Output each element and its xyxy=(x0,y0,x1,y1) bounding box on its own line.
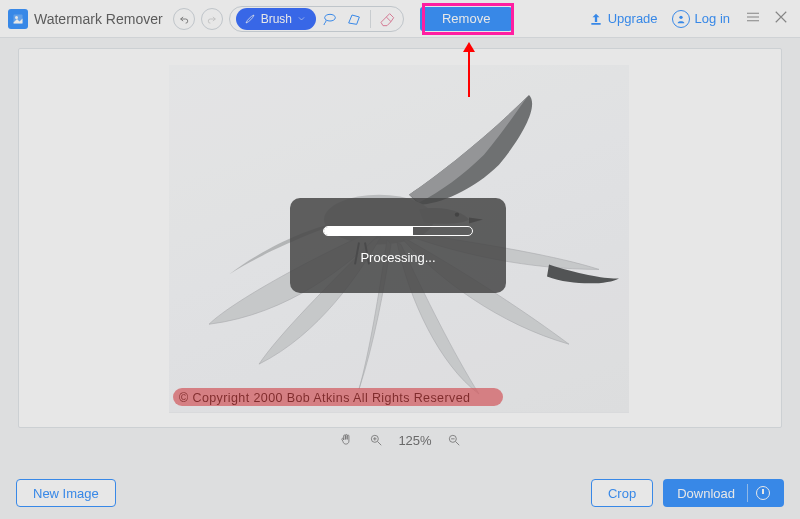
progress-bar xyxy=(323,226,473,236)
upload-icon xyxy=(589,12,603,26)
download-button[interactable]: Download xyxy=(663,479,784,507)
crop-button[interactable]: Crop xyxy=(591,479,653,507)
svg-point-3 xyxy=(679,15,682,18)
progress-fill xyxy=(324,227,413,235)
eraser-icon xyxy=(379,11,395,27)
lasso-icon xyxy=(322,11,338,27)
hamburger-icon xyxy=(744,8,762,26)
hand-tool-button[interactable] xyxy=(338,432,354,448)
close-icon xyxy=(772,8,790,26)
undo-button[interactable] xyxy=(173,8,195,30)
divider xyxy=(370,10,371,28)
download-label: Download xyxy=(677,486,735,501)
tool-group: Brush xyxy=(229,6,404,32)
new-image-label: New Image xyxy=(33,486,99,501)
polygon-icon xyxy=(346,11,362,27)
brush-label: Brush xyxy=(261,12,292,26)
zoom-in-button[interactable] xyxy=(368,432,384,448)
close-window-button[interactable] xyxy=(770,6,792,31)
redo-button[interactable] xyxy=(201,8,223,30)
footer: New Image Crop Download xyxy=(0,467,800,519)
redo-icon xyxy=(207,14,217,24)
menu-button[interactable] xyxy=(742,6,764,31)
user-icon xyxy=(672,10,690,28)
upgrade-label: Upgrade xyxy=(608,11,658,26)
brush-tool-button[interactable]: Brush xyxy=(236,8,316,30)
remove-button[interactable]: Remove xyxy=(420,7,512,31)
new-image-button[interactable]: New Image xyxy=(16,479,116,507)
zoom-toolbar: 125% xyxy=(0,432,800,448)
zoom-out-icon xyxy=(447,433,461,447)
svg-point-2 xyxy=(325,14,336,21)
processing-label: Processing... xyxy=(360,250,435,265)
watermark-text: © Copyright 2000 Bob Atkins All Rights R… xyxy=(179,391,470,405)
eraser-tool-button[interactable] xyxy=(377,9,397,29)
login-button[interactable]: Log in xyxy=(672,10,730,28)
zoom-in-icon xyxy=(369,433,383,447)
chevron-down-icon xyxy=(297,14,306,23)
brush-icon xyxy=(244,13,256,25)
history-icon xyxy=(756,486,770,500)
app-logo-icon xyxy=(8,9,28,29)
svg-point-1 xyxy=(15,16,18,19)
top-toolbar: Watermark Remover Brush Remove Upgrade xyxy=(0,0,800,38)
remove-label: Remove xyxy=(442,11,490,26)
divider xyxy=(747,484,748,502)
undo-icon xyxy=(179,14,189,24)
lasso-tool-button[interactable] xyxy=(320,9,340,29)
zoom-out-button[interactable] xyxy=(446,432,462,448)
processing-dialog: Processing... xyxy=(290,198,506,293)
polygon-tool-button[interactable] xyxy=(344,9,364,29)
hand-icon xyxy=(339,433,353,447)
app-title: Watermark Remover xyxy=(34,11,163,27)
login-label: Log in xyxy=(695,11,730,26)
upgrade-button[interactable]: Upgrade xyxy=(589,11,658,26)
zoom-level: 125% xyxy=(398,433,431,448)
crop-label: Crop xyxy=(608,486,636,501)
